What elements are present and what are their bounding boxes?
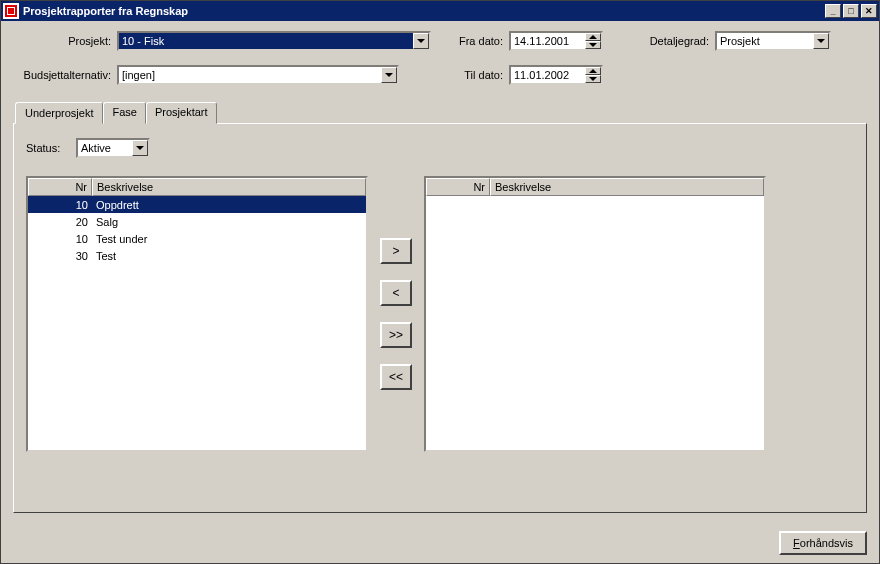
cell-nr: 10 [28, 233, 92, 245]
detaljegrad-combo[interactable]: Prosjekt [715, 31, 831, 51]
chevron-down-icon[interactable] [381, 67, 397, 83]
label-tildato: Til dato: [455, 69, 503, 81]
maximize-button[interactable]: □ [843, 4, 859, 18]
col-beskrivelse[interactable]: Beskrivelse [92, 178, 366, 196]
chevron-down-icon[interactable] [413, 33, 429, 49]
preview-mnemonic: F [793, 537, 800, 549]
tab-body: Status: Aktive Nr Beskrivelse 10Oppdrett… [13, 123, 867, 513]
left-list-body[interactable]: 10Oppdrett20Salg10Test under30Test [28, 196, 366, 450]
list-item[interactable]: 10Test under [28, 230, 366, 247]
label-prosjekt: Prosjekt: [13, 35, 111, 47]
tab-strip: Underprosjekt Fase Prosjektart [13, 101, 867, 123]
minimize-icon: _ [830, 6, 835, 16]
tildato-spinner [585, 67, 601, 83]
titlebar: Prosjektrapporter fra Regnskap _ □ ✕ [1, 1, 879, 21]
budsjett-combo[interactable]: [ingen] [117, 65, 399, 85]
dual-list: Nr Beskrivelse 10Oppdrett20Salg10Test un… [26, 176, 854, 452]
cell-nr: 10 [28, 199, 92, 211]
cell-beskrivelse: Oppdrett [92, 199, 366, 211]
app-icon [3, 3, 19, 19]
titlebar-buttons: _ □ ✕ [825, 4, 877, 18]
close-icon: ✕ [865, 6, 873, 16]
transfer-buttons: > < >> << [380, 238, 412, 390]
col-nr[interactable]: Nr [426, 178, 490, 196]
preview-rest: orhåndsvis [800, 537, 853, 549]
close-button[interactable]: ✕ [861, 4, 877, 18]
tildato-value: 11.01.2002 [511, 67, 585, 83]
fradato-spinner [585, 33, 601, 49]
tabs-panel: Underprosjekt Fase Prosjektart Status: A… [13, 101, 867, 521]
cell-beskrivelse: Test under [92, 233, 366, 245]
move-all-right-button[interactable]: >> [380, 322, 412, 348]
preview-button[interactable]: Forhåndsvis [779, 531, 867, 555]
fradato-value: 14.11.2001 [511, 33, 585, 49]
label-status: Status: [26, 142, 70, 154]
svg-rect-2 [8, 8, 14, 14]
tildato-field[interactable]: 11.01.2002 [509, 65, 603, 85]
status-row: Status: Aktive [26, 138, 854, 158]
label-budsjett: Budsjettalternativ: [13, 69, 111, 81]
left-list-header: Nr Beskrivelse [28, 178, 366, 196]
label-detaljegrad: Detaljegrad: [647, 35, 709, 47]
spin-down-icon[interactable] [585, 75, 601, 83]
app-window: Prosjektrapporter fra Regnskap _ □ ✕ Pro… [0, 0, 880, 564]
chevron-down-icon[interactable] [813, 33, 829, 49]
list-item[interactable]: 30Test [28, 247, 366, 264]
move-all-left-button[interactable]: << [380, 364, 412, 390]
row-1: Prosjekt: 10 - Fisk Fra dato: 14.11.2001… [13, 31, 867, 51]
cell-nr: 30 [28, 250, 92, 262]
prosjekt-combo[interactable]: 10 - Fisk [117, 31, 431, 51]
detaljegrad-value: Prosjekt [717, 33, 813, 49]
spin-up-icon[interactable] [585, 67, 601, 75]
tab-fase[interactable]: Fase [103, 102, 145, 124]
fradato-field[interactable]: 14.11.2001 [509, 31, 603, 51]
tab-prosjektart[interactable]: Prosjektart [146, 102, 217, 124]
right-list[interactable]: Nr Beskrivelse [424, 176, 766, 452]
footer: Forhåndsvis [13, 521, 867, 555]
tab-underprosjekt[interactable]: Underprosjekt [15, 102, 103, 124]
prosjekt-value: 10 - Fisk [119, 33, 413, 49]
minimize-button[interactable]: _ [825, 4, 841, 18]
label-fradato: Fra dato: [455, 35, 503, 47]
right-list-header: Nr Beskrivelse [426, 178, 764, 196]
window-title: Prosjektrapporter fra Regnskap [23, 5, 825, 17]
move-right-button[interactable]: > [380, 238, 412, 264]
row-2: Budsjettalternativ: [ingen] Til dato: 11… [13, 65, 867, 85]
cell-nr: 20 [28, 216, 92, 228]
spin-up-icon[interactable] [585, 33, 601, 41]
cell-beskrivelse: Salg [92, 216, 366, 228]
chevron-down-icon[interactable] [132, 140, 148, 156]
move-left-button[interactable]: < [380, 280, 412, 306]
right-list-body[interactable] [426, 196, 764, 450]
status-value: Aktive [78, 140, 132, 156]
spin-down-icon[interactable] [585, 41, 601, 49]
left-list[interactable]: Nr Beskrivelse 10Oppdrett20Salg10Test un… [26, 176, 368, 452]
status-combo[interactable]: Aktive [76, 138, 150, 158]
top-form: Prosjekt: 10 - Fisk Fra dato: 14.11.2001… [13, 31, 867, 85]
col-beskrivelse[interactable]: Beskrivelse [490, 178, 764, 196]
list-item[interactable]: 10Oppdrett [28, 196, 366, 213]
content-area: Prosjekt: 10 - Fisk Fra dato: 14.11.2001… [1, 21, 879, 563]
cell-beskrivelse: Test [92, 250, 366, 262]
budsjett-value: [ingen] [119, 67, 381, 83]
col-nr[interactable]: Nr [28, 178, 92, 196]
maximize-icon: □ [848, 6, 853, 16]
list-item[interactable]: 20Salg [28, 213, 366, 230]
